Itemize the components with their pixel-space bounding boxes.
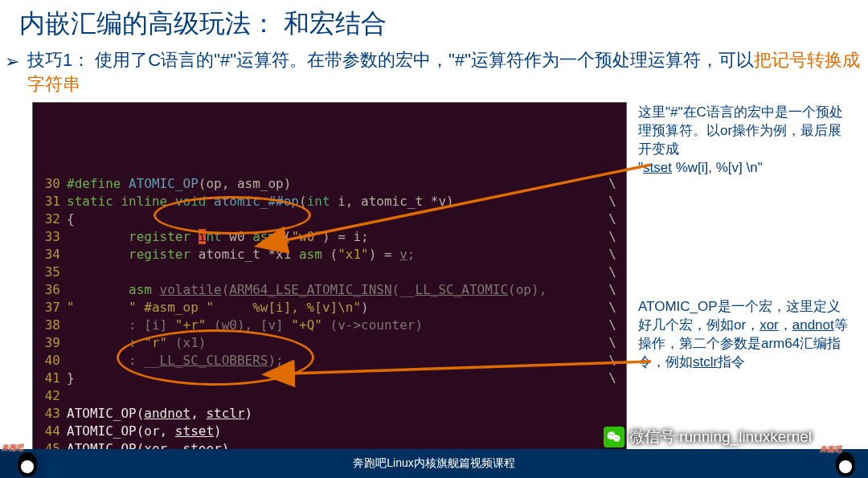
note2-xor: xor [760, 317, 779, 333]
code-line: 36 asm volatile(ARM64_LSE_ATOMIC_INSN(__… [33, 281, 626, 299]
wechat-watermark: 微信号: running_linuxkernel [604, 427, 812, 447]
code-line: 35 \ [33, 264, 626, 281]
code-line: 32{ \ [33, 210, 626, 228]
wechat-icon [604, 427, 624, 447]
code-line: 43ATOMIC_OP(andnot, stclr) [33, 405, 626, 423]
note2-andnot: andnot [792, 317, 834, 333]
code-line: 41} \ [33, 370, 626, 387]
note2-stclr: stclr [693, 354, 718, 370]
note1-stset: stset [643, 160, 672, 175]
code-line: 30#define ATOMIC_OP(op, asm_op) \ [33, 175, 626, 193]
code-line: 40 : __LL_SC_CLOBBERS); \ [33, 352, 626, 370]
footer-logo-left: 奔跑吧 [0, 441, 45, 478]
code-line: 34 register atomic_t *x1 asm ("x1") = v;… [33, 246, 626, 264]
logo-text-right: 奔跑吧 [820, 444, 841, 455]
penguin-icon [18, 452, 37, 476]
bullet-item: ➢ 技巧1： 使用了C语言的"#"运算符。在带参数的宏中，"#"运算符作为一个预… [0, 47, 868, 99]
svg-point-7 [617, 437, 618, 438]
code-line: 38 : [i] "+r" (w0), [v] "+Q" (v->counter… [33, 317, 626, 334]
penguin-icon [836, 452, 855, 476]
code-block: 30#define ATOMIC_OP(op, asm_op) \31stati… [32, 102, 627, 478]
code-line: 42 [33, 387, 626, 405]
bullet-prefix: 技巧1： 使用了C语言的"#"运算符。在带参数的宏中，"#"运算符作为一个预处理… [27, 50, 754, 70]
logo-text-left: 奔跑吧 [2, 443, 23, 453]
wechat-label: 微信号: [629, 427, 679, 447]
code-line: 33 register int w0 asm ("w0") = i; \ [33, 228, 626, 246]
bullet-arrow-icon: ➢ [5, 48, 27, 72]
side-note-top: 这里"#"在C语言的宏中是一个预处理预算符。以or操作为例，最后展开变成 "st… [638, 104, 854, 178]
note2-g: 指令 [718, 354, 745, 370]
note2-c: ， [779, 317, 792, 333]
slide-title: 内嵌汇编的高级玩法： 和宏结合 [0, 0, 868, 47]
code-line: 31static inline void atomic_##op(int i, … [33, 193, 626, 210]
code-line: 37" " #asm_op " %w[i], %[v]\n") \ [33, 299, 626, 317]
footer-logo-right: 奔跑吧 [818, 444, 863, 476]
code-line: 39 : "r" (x1) \ [33, 334, 626, 352]
code-line: 44ATOMIC_OP(or, stset) [33, 423, 626, 440]
footer-bar: 奔跑吧Linux内核旗舰篇视频课程 [0, 449, 868, 478]
svg-point-3 [613, 435, 620, 442]
svg-point-4 [609, 434, 611, 435]
footer-text: 奔跑吧Linux内核旗舰篇视频课程 [353, 456, 514, 471]
svg-point-5 [612, 434, 613, 435]
note1-p1: 这里"#"在C语言的宏中是一个预处理预算符。以or操作为例，最后展开变成 [638, 104, 843, 157]
side-note-bottom: ATOMIC_OP是一个宏，这里定义好几个宏，例如or，xor，andnot等操… [638, 298, 854, 372]
bullet-text: 技巧1： 使用了C语言的"#"运算符。在带参数的宏中，"#"运算符作为一个预处理… [27, 48, 868, 96]
wechat-id: running_linuxkernel [679, 428, 812, 446]
note1-q2: %w[i], %[v] \n" [672, 160, 763, 175]
svg-point-6 [615, 437, 616, 438]
